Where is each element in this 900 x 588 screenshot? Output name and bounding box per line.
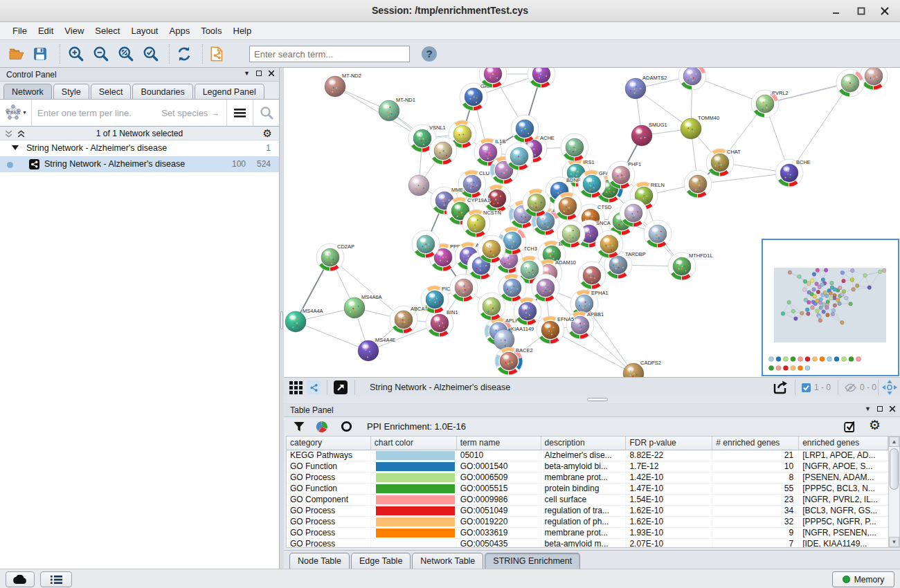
share-network-icon[interactable] [307,380,321,394]
menu-item-view[interactable]: View [59,24,89,39]
horizontal-splitter[interactable] [284,396,900,403]
table-row[interactable]: GO ProcessGO:0033619membrane prot...1.93… [287,528,888,539]
graph-node[interactable] [528,68,555,88]
graph-node-mt-nd1[interactable]: MT-ND1 [379,97,415,121]
tab-node-table[interactable]: Node Table [289,553,350,569]
graph-node[interactable] [532,274,559,302]
table-row[interactable]: GO ComponentGO:0009986cell surface1.54E-… [287,495,888,506]
zoom-fit-icon[interactable] [116,45,136,63]
close-button[interactable] [879,6,890,17]
graph-node[interactable] [561,134,588,161]
graph-node[interactable] [595,230,623,258]
graph-node[interactable] [429,137,457,165]
filter-icon[interactable] [294,421,305,432]
minimize-button[interactable] [831,6,842,17]
menu-item-tools[interactable]: Tools [195,24,227,39]
table-row[interactable]: GO ProcessGO:0051049regulation of tra...… [287,506,888,517]
scrollbar-thumb[interactable] [890,448,899,490]
graph-node-mt-nd2[interactable]: MT-ND2 [325,73,361,97]
enrichment-table[interactable]: categorychart colorterm namedescriptionF… [286,436,888,548]
graph-node[interactable] [554,192,582,220]
pan-navigator-icon[interactable] [882,380,897,394]
table-row[interactable]: GO ProcessGO:0019220regulation of ph...1… [287,517,888,528]
select-all-checkbox-icon[interactable] [844,421,857,432]
tab-boundaries[interactable]: Boundaries [132,84,192,99]
control-panel-float-icon[interactable] [256,71,262,76]
table-row[interactable]: GO FunctionGO:0005515protein binding1.47… [287,484,888,495]
control-panel-collapse-icon[interactable]: ▼ [244,71,250,77]
table-row[interactable]: GO FunctionGO:0001540beta-amyloid bi...1… [287,461,888,472]
graph-node-abca7[interactable]: ABCA7 [390,306,428,333]
set-species-hint[interactable]: Set species → [161,100,226,126]
graph-node[interactable] [412,230,440,258]
graph-node[interactable] [836,69,864,97]
menu-item-edit[interactable]: Edit [33,24,59,39]
graph-node[interactable] [860,68,888,90]
pie-chart-icon[interactable] [316,421,328,433]
column-header-term-name[interactable]: term name [457,437,541,450]
task-history-button[interactable] [40,571,72,587]
column-header-description[interactable]: description [541,437,627,450]
control-panel-close-icon[interactable] [268,70,275,77]
graph-node[interactable] [450,274,478,302]
graph-node[interactable] [523,189,550,217]
string-options-menu-button[interactable] [226,100,253,126]
graph-node-mthfd1l[interactable]: MTHFD1L [668,252,713,280]
graph-node-bche[interactable]: BCHE [775,159,811,187]
graph-node-tomm40[interactable]: TOMM40 [681,115,719,139]
scroll-down-button[interactable]: ▼ [889,537,899,547]
graph-node[interactable] [644,220,672,248]
graph-node[interactable] [511,115,539,143]
graph-node[interactable] [514,297,541,325]
tab-legend-panel[interactable]: Legend Panel [195,84,264,99]
string-term-input[interactable]: Enter one term per line. [32,100,161,126]
graph-node[interactable] [478,235,505,263]
tab-string-enrichment[interactable]: STRING Enrichment [485,553,580,569]
graph-node[interactable] [408,175,429,196]
tab-network[interactable]: Network [3,84,52,99]
table-panel-close-icon[interactable] [889,405,896,412]
graph-node[interactable] [478,293,505,320]
graph-node[interactable] [620,199,647,227]
save-session-icon[interactable] [30,45,50,63]
column-header-chart-color[interactable]: chart color [371,437,457,450]
string-search-button[interactable] [253,100,279,126]
network-from-clipboard-icon[interactable] [208,45,227,63]
tree-expand-caret-icon[interactable] [12,145,19,150]
export-network-icon[interactable] [773,380,789,394]
graph-node-ms4a4a[interactable]: MS4A4A [285,308,323,332]
column-header-fdr-p-value[interactable]: FDR p-value [626,437,712,450]
menu-item-layout[interactable]: Layout [125,24,163,39]
table-panel-collapse-icon[interactable]: ▼ [865,406,871,412]
column-header--enriched-genes[interactable]: # enriched genes [712,437,799,450]
refresh-icon[interactable] [174,45,194,63]
string-logo-dropdown[interactable]: STRING ▾ [0,100,32,126]
table-panel-float-icon[interactable] [877,406,883,412]
table-scrollbar[interactable]: ▲ ▼ [888,436,900,548]
graph-node-chat[interactable]: CHAT [706,149,741,176]
cloud-tasks-button[interactable] [6,571,35,587]
splitter-grip[interactable] [280,311,283,329]
graph-node-smug1[interactable]: SMUG1 [631,122,667,146]
zoom-in-icon[interactable] [66,45,86,63]
network-canvas[interactable]: MT-ND2MT-ND1VSNL1GAB2ADAMTS2PVRL2TOMM40S… [284,68,900,377]
maximize-button[interactable] [856,6,867,17]
menu-item-apps[interactable]: Apps [164,24,196,39]
tab-network-table[interactable]: Network Table [412,553,483,569]
network-row[interactable]: String Network - Alzheimer's disease 100… [0,156,279,172]
enrichment-settings-gear-icon[interactable]: ⚙ [869,417,881,433]
graph-node-cadps2[interactable]: CADPS2 [623,360,661,377]
column-header-category[interactable]: category [287,437,371,450]
graph-node-ms4a4e[interactable]: MS4A4E [358,337,396,361]
zoom-out-icon[interactable] [91,45,111,63]
grid-view-icon[interactable] [289,380,303,394]
scroll-up-button[interactable]: ▲ [889,437,899,447]
graph-node[interactable] [678,68,706,90]
network-options-gear-icon[interactable]: ⚙ [263,127,272,140]
tab-edge-table[interactable]: Edge Table [351,553,411,569]
graph-node[interactable] [557,220,585,248]
tab-style[interactable]: Style [53,84,89,99]
graph-node-ncstn[interactable]: NCSTN [462,210,501,237]
table-row[interactable]: GO ProcessGO:0006509membrane prot...1.42… [287,472,888,484]
graph-node-adamts2[interactable]: ADAMTS2 [625,75,667,99]
